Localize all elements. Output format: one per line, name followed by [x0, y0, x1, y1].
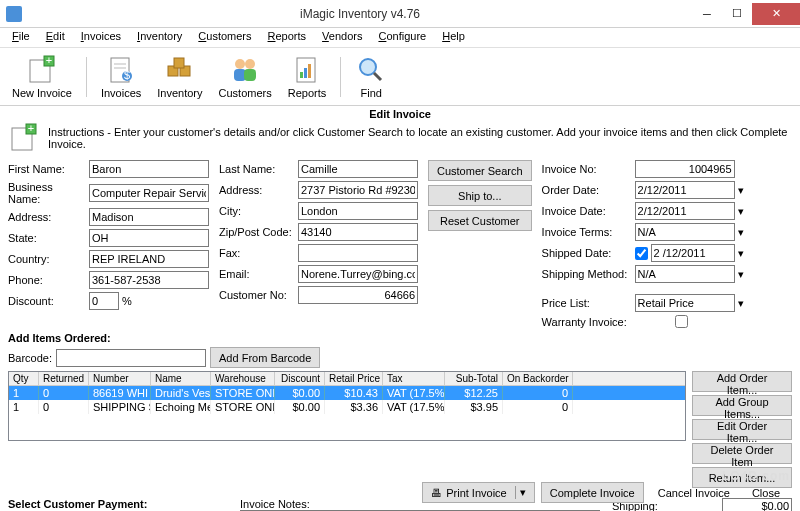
- address-label: Address:: [8, 211, 86, 223]
- shipped-date-label: Shipped Date:: [542, 247, 632, 259]
- country-label: Country:: [8, 253, 86, 265]
- svg-text:$: $: [124, 69, 130, 81]
- dropdown-icon[interactable]: ▾: [738, 226, 744, 239]
- address-input[interactable]: [89, 208, 209, 226]
- add-order-item-button[interactable]: Add Order Item...: [692, 371, 792, 392]
- menubar: File Edit Invoices Inventory Customers R…: [0, 28, 800, 48]
- section-title: Edit Invoice: [8, 108, 792, 120]
- add-group-items-button[interactable]: Add Group Items...: [692, 395, 792, 416]
- business-name-input[interactable]: [89, 184, 209, 202]
- last-name-label: Last Name:: [219, 163, 295, 175]
- customer-search-button[interactable]: Customer Search: [428, 160, 532, 181]
- city-input[interactable]: [298, 202, 418, 220]
- add-from-barcode-button[interactable]: Add From Barcode: [210, 347, 320, 368]
- svg-point-19: [360, 59, 376, 75]
- custno-label: Customer No:: [219, 289, 295, 301]
- toolbar-customers[interactable]: Customers: [213, 52, 278, 101]
- dropdown-icon[interactable]: ▾: [515, 486, 526, 499]
- zip-input[interactable]: [298, 223, 418, 241]
- phone-label: Phone:: [8, 274, 86, 286]
- discount-input[interactable]: [89, 292, 119, 310]
- toolbar-reports[interactable]: Reports: [282, 52, 333, 101]
- svg-rect-10: [174, 58, 184, 68]
- dropdown-icon[interactable]: ▾: [738, 247, 744, 260]
- dropdown-icon[interactable]: ▾: [738, 205, 744, 218]
- svg-point-11: [235, 59, 245, 69]
- invoices-icon: $: [105, 54, 137, 86]
- menu-file[interactable]: File: [4, 28, 38, 47]
- minimize-button[interactable]: ─: [692, 3, 722, 25]
- invoice-date-input[interactable]: [635, 202, 735, 220]
- menu-vendors[interactable]: Vendors: [314, 28, 370, 47]
- barcode-input[interactable]: [56, 349, 206, 367]
- terms-input[interactable]: [635, 223, 735, 241]
- menu-invoices[interactable]: Invoices: [73, 28, 129, 47]
- complete-invoice-button[interactable]: Complete Invoice: [541, 482, 644, 503]
- fax-label: Fax:: [219, 247, 295, 259]
- menu-edit[interactable]: Edit: [38, 28, 73, 47]
- email-label: Email:: [219, 268, 295, 280]
- shipped-date-check[interactable]: [635, 247, 648, 260]
- grid-header: Qty Returned Number Name Warehouse Disco…: [9, 372, 685, 386]
- shipped-date-input[interactable]: [651, 244, 735, 262]
- country-input[interactable]: [89, 250, 209, 268]
- new-invoice-icon: +: [26, 54, 58, 86]
- state-input[interactable]: [89, 229, 209, 247]
- toolbar-inventory[interactable]: Inventory: [151, 52, 208, 101]
- reports-icon: [291, 54, 323, 86]
- delete-order-item-button[interactable]: Delete Order Item: [692, 443, 792, 464]
- business-name-label: Business Name:: [8, 181, 86, 205]
- email-input[interactable]: [298, 265, 418, 283]
- invoice-no-label: Invoice No:: [542, 163, 632, 175]
- address2-input[interactable]: [298, 181, 418, 199]
- maximize-button[interactable]: ☐: [722, 3, 752, 25]
- table-row[interactable]: 1086619 WHIDruid's VestSTORE ONI$0.00$10…: [9, 386, 685, 400]
- shipmethod-input[interactable]: [635, 265, 735, 283]
- svg-point-13: [245, 59, 255, 69]
- first-name-input[interactable]: [89, 160, 209, 178]
- svg-text:+: +: [28, 122, 34, 134]
- warranty-check[interactable]: [675, 315, 688, 328]
- menu-inventory[interactable]: Inventory: [129, 28, 190, 47]
- print-invoice-button[interactable]: 🖶Print Invoice▾: [422, 482, 535, 503]
- fax-input[interactable]: [298, 244, 418, 262]
- payment-title: Select Customer Payment:: [8, 498, 228, 510]
- menu-configure[interactable]: Configure: [370, 28, 434, 47]
- zip-label: Zip/Post Code:: [219, 226, 295, 238]
- invoice-no-input[interactable]: [635, 160, 735, 178]
- reset-customer-button[interactable]: Reset Customer: [428, 210, 532, 231]
- toolbar-separator: [340, 57, 341, 97]
- menu-reports[interactable]: Reports: [260, 28, 315, 47]
- order-date-input[interactable]: [635, 181, 735, 199]
- toolbar-new-invoice[interactable]: + New Invoice: [6, 52, 78, 101]
- dropdown-icon[interactable]: ▾: [738, 268, 744, 281]
- ship-to-button[interactable]: Ship to...: [428, 185, 532, 206]
- pricelist-input[interactable]: [635, 294, 735, 312]
- toolbar-invoices[interactable]: $ Invoices: [95, 52, 147, 101]
- cancel-invoice-button[interactable]: Cancel Invoice: [650, 482, 738, 503]
- address2-label: Address:: [219, 184, 295, 196]
- last-name-input[interactable]: [298, 160, 418, 178]
- instructions-text: Instructions - Enter your customer's det…: [48, 126, 792, 150]
- toolbar-separator: [86, 57, 87, 97]
- inventory-icon: [164, 54, 196, 86]
- close-button[interactable]: ✕: [752, 3, 800, 25]
- toolbar: + New Invoice $ Invoices Inventory Custo…: [0, 48, 800, 106]
- svg-rect-18: [308, 64, 311, 78]
- discount-pct: %: [122, 295, 132, 307]
- custno-input[interactable]: [298, 286, 418, 304]
- menu-customers[interactable]: Customers: [190, 28, 259, 47]
- toolbar-find[interactable]: Find: [349, 52, 393, 101]
- menu-help[interactable]: Help: [434, 28, 473, 47]
- phone-input[interactable]: [89, 271, 209, 289]
- svg-text:+: +: [46, 54, 52, 66]
- close-button-footer[interactable]: Close: [744, 482, 788, 503]
- dropdown-icon[interactable]: ▾: [738, 184, 744, 197]
- svg-rect-14: [244, 69, 256, 81]
- titlebar: iMagic Inventory v4.76 ─ ☐ ✕: [0, 0, 800, 28]
- items-grid[interactable]: Qty Returned Number Name Warehouse Disco…: [8, 371, 686, 441]
- edit-order-item-button[interactable]: Edit Order Item...: [692, 419, 792, 440]
- app-icon: [6, 6, 22, 22]
- dropdown-icon[interactable]: ▾: [738, 297, 744, 310]
- table-row[interactable]: 10SHIPPING SEchoing MeSTORE ONI$0.00$3.3…: [9, 400, 685, 414]
